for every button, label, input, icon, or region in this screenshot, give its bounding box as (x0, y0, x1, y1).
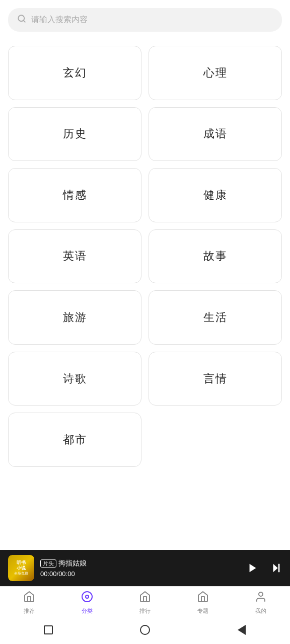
sys-back-icon (238, 625, 246, 635)
search-icon (17, 14, 26, 26)
svg-marker-2 (250, 564, 256, 573)
category-label-xuanhuan: 玄幻 (63, 65, 87, 80)
nav-item-special[interactable]: 专题 (174, 591, 232, 615)
svg-point-7 (259, 592, 263, 596)
home-icon (23, 591, 35, 606)
nav-item-recommend[interactable]: 推荐 (0, 591, 58, 615)
user-icon (255, 591, 267, 606)
sys-square-icon (44, 625, 53, 634)
category-label-dushi: 都市 (63, 432, 87, 447)
search-bar[interactable]: 请输入搜索内容 (8, 8, 282, 32)
nav-label-special: 专题 (197, 607, 208, 615)
play-button[interactable] (244, 559, 262, 577)
category-item-dushi[interactable]: 都市 (8, 413, 141, 467)
disc-icon (81, 591, 93, 606)
svg-line-1 (23, 20, 25, 22)
now-playing-bar: 听书 小说 全场免费 片头拇指姑娘 00:00/00:00 (0, 550, 290, 586)
category-label-shenghuo: 生活 (203, 310, 228, 325)
category-item-lüyou[interactable]: 旅游 (8, 290, 141, 345)
svg-marker-3 (273, 564, 278, 573)
nav-item-mine[interactable]: 我的 (232, 591, 290, 615)
category-label-lüyou: 旅游 (63, 310, 87, 325)
category-label-shige: 诗歌 (63, 371, 87, 386)
system-nav-bar (0, 618, 290, 644)
special-home-icon (197, 591, 209, 606)
bottom-nav: 推荐 分类 排行 专题 我的 (0, 586, 290, 618)
track-info: 片头拇指姑娘 00:00/00:00 (40, 559, 238, 578)
category-label-gushi: 故事 (203, 249, 228, 264)
category-item-chengyu[interactable]: 成语 (149, 107, 282, 162)
album-top-text: 听书 小说 (17, 560, 26, 571)
category-label-yanqing: 言情 (203, 371, 228, 386)
nav-item-category[interactable]: 分类 (58, 591, 116, 615)
category-item-jiankang[interactable]: 健康 (149, 168, 282, 222)
category-label-jiankang: 健康 (203, 188, 228, 203)
sys-circle-icon (140, 625, 150, 635)
skip-next-button[interactable] (271, 562, 282, 574)
album-art: 听书 小说 全场免费 (8, 555, 34, 581)
track-title: 片头拇指姑娘 (40, 559, 238, 568)
category-item-lishi[interactable]: 历史 (8, 107, 141, 162)
category-label-yingyu: 英语 (63, 249, 87, 264)
category-item-qinggan[interactable]: 情感 (8, 168, 141, 222)
rank-home-icon (139, 591, 151, 606)
category-item-yanqing[interactable]: 言情 (149, 352, 282, 406)
category-grid: 玄幻心理历史成语情感健康英语故事旅游生活诗歌言情都市 (0, 38, 290, 467)
category-item-xuanhuan[interactable]: 玄幻 (8, 46, 141, 100)
category-label-qinggan: 情感 (63, 188, 87, 203)
nav-label-rank: 排行 (139, 607, 151, 615)
sys-back-button[interactable] (235, 623, 249, 637)
nav-label-category: 分类 (82, 607, 93, 615)
nav-item-rank[interactable]: 排行 (116, 591, 174, 615)
nav-label-mine: 我的 (255, 607, 266, 615)
category-label-xinli: 心理 (203, 65, 228, 80)
category-item-shige[interactable]: 诗歌 (8, 352, 141, 406)
svg-rect-4 (278, 564, 280, 573)
svg-point-6 (86, 595, 89, 598)
svg-point-5 (82, 592, 92, 602)
track-tag: 片头 (40, 559, 56, 568)
category-label-lishi: 历史 (63, 126, 87, 141)
nav-label-recommend: 推荐 (24, 607, 35, 615)
category-item-gushi[interactable]: 故事 (149, 229, 282, 284)
album-bottom-text: 全场免费 (14, 571, 28, 576)
category-item-xinli[interactable]: 心理 (149, 46, 282, 100)
sys-square-button[interactable] (41, 623, 55, 637)
player-controls (244, 559, 282, 577)
sys-circle-button[interactable] (138, 623, 152, 637)
track-time: 00:00/00:00 (40, 570, 238, 578)
category-item-shenghuo[interactable]: 生活 (149, 290, 282, 345)
category-item-yingyu[interactable]: 英语 (8, 229, 141, 284)
search-placeholder: 请输入搜索内容 (31, 15, 88, 25)
category-label-chengyu: 成语 (203, 126, 228, 141)
